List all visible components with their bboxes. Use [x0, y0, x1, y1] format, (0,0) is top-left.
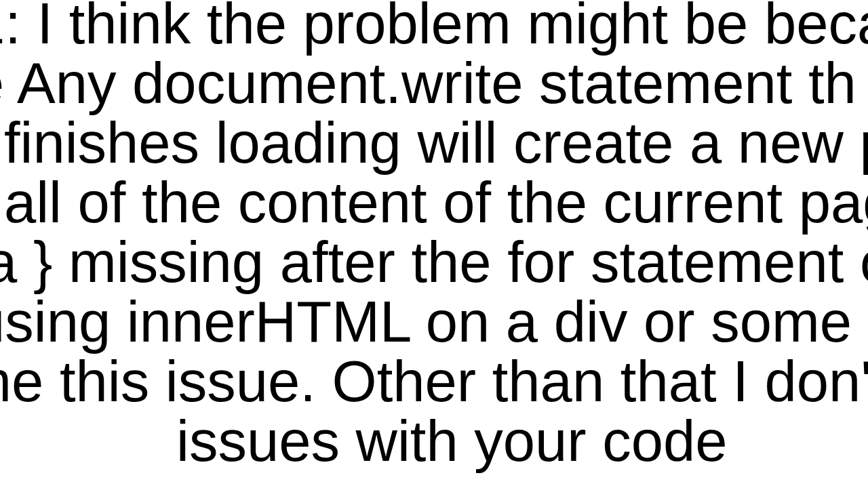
- text-line-5: s a } missing after the for statement o: [0, 233, 868, 291]
- text-line-3: e finishes loading will create a new p: [0, 114, 868, 171]
- text-line-7: ome this issue. Other than that I don't: [0, 352, 868, 410]
- text-line-2: rite Any document.write statement th: [0, 54, 856, 112]
- text-line-4: e all of the content of the current pag: [0, 174, 868, 231]
- text-line-1: r 1: I think the problem might be beca: [0, 0, 868, 52]
- text-line-8: issues with your code: [176, 412, 728, 470]
- text-line-6: using innerHTML on a div or some h: [0, 293, 868, 350]
- document-viewport: r 1: I think the problem might be beca r…: [0, 0, 868, 488]
